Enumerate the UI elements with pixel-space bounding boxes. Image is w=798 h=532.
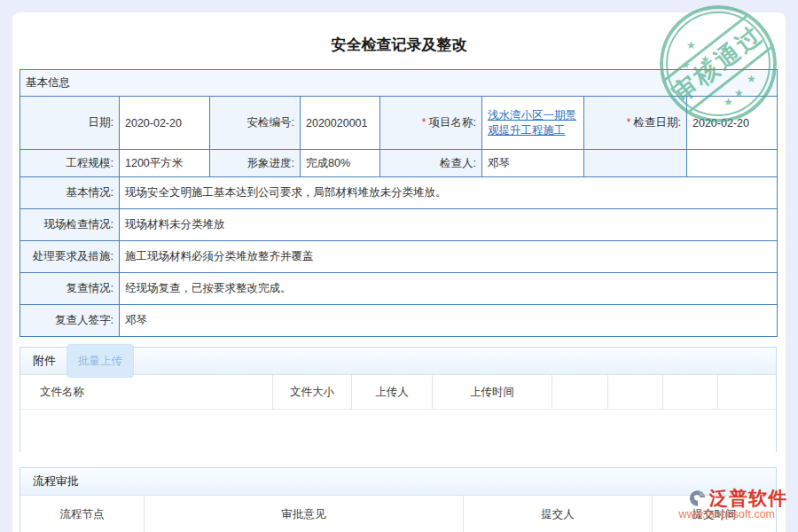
progress-label: 形象进度: xyxy=(210,150,301,177)
attachments-header: 附件 批量上传 xyxy=(20,348,776,375)
column-upload-time: 上传时间 xyxy=(433,375,552,409)
column-submit-time: 提交时间 xyxy=(653,496,776,532)
column-uploader: 上传人 xyxy=(352,375,433,409)
empty-label-cell xyxy=(584,150,687,177)
inspector-label: 检查人: xyxy=(380,150,482,177)
handling-measures-label: 处理要求及措施: xyxy=(20,241,120,273)
inspection-no-label: 安检编号: xyxy=(210,97,301,150)
column-empty xyxy=(552,375,608,409)
attachments-empty-body xyxy=(20,410,776,452)
column-flow-node: 流程节点 xyxy=(20,496,145,532)
column-approval-opinion: 审批意见 xyxy=(145,496,464,532)
recheck-situation-value: 经现场复查，已按要求整改完成。 xyxy=(120,273,778,305)
site-check-value: 现场材料未分类堆放 xyxy=(120,209,778,241)
basic-info-section-title: 基本信息 xyxy=(20,70,778,97)
basic-info-table: 基本信息 日期: 2020-02-20 安检编号: 2020020001 *项目… xyxy=(20,69,778,337)
required-asterisk: * xyxy=(627,116,631,129)
empty-value-cell xyxy=(687,150,778,177)
scale-label: 工程规模: xyxy=(20,150,120,177)
batch-upload-button[interactable]: 批量上传 xyxy=(66,344,134,378)
approval-flow-section: 流程审批 流程节点 审批意见 提交人 提交时间 xyxy=(20,467,777,532)
date-label: 日期: xyxy=(20,97,120,150)
required-asterisk: * xyxy=(422,116,426,129)
column-submitter: 提交人 xyxy=(464,496,653,532)
recheck-signer-label: 复查人签字: xyxy=(20,305,120,337)
inspector-value: 邓琴 xyxy=(482,150,584,177)
check-date-value: 2020-02-20 xyxy=(687,97,778,150)
column-empty xyxy=(663,375,718,409)
project-name-link[interactable]: 浅水湾小区一期景观提升工程施工 xyxy=(488,109,576,137)
scale-value: 1200平方米 xyxy=(120,150,210,177)
attachments-title: 附件 xyxy=(33,353,56,369)
attachments-section: 附件 批量上传 文件名称 文件大小 上传人 上传时间 xyxy=(20,347,777,452)
content-panel: 安全检查记录及整改 基本信息 日期: 2020-02-20 安检编号: 2020… xyxy=(12,12,786,532)
date-value: 2020-02-20 xyxy=(120,97,210,150)
inspection-no-value: 2020020001 xyxy=(301,97,380,150)
project-name-cell: 浅水湾小区一期景观提升工程施工 xyxy=(482,97,584,150)
page-title: 安全检查记录及整改 xyxy=(12,34,786,57)
approval-column-headers: 流程节点 审批意见 提交人 提交时间 xyxy=(20,496,776,532)
column-file-name: 文件名称 xyxy=(20,375,273,409)
approval-flow-header: 流程审批 xyxy=(20,468,776,496)
attachments-column-headers: 文件名称 文件大小 上传人 上传时间 xyxy=(20,375,776,410)
site-check-label: 现场检查情况: xyxy=(20,209,120,241)
basic-situation-value: 现场安全文明施工基本达到公司要求，局部材料堆放未分类堆放。 xyxy=(120,177,778,209)
project-name-label: *项目名称: xyxy=(380,97,482,150)
recheck-situation-label: 复查情况: xyxy=(20,273,120,305)
column-empty xyxy=(608,375,663,409)
handling-measures-value: 施工现场材料必须分类堆放整齐并覆盖 xyxy=(120,241,778,273)
progress-value: 完成80% xyxy=(301,150,380,177)
recheck-signer-value: 邓琴 xyxy=(120,305,778,337)
column-file-size: 文件大小 xyxy=(273,375,352,409)
check-date-label: *检查日期: xyxy=(584,97,687,150)
column-empty xyxy=(718,375,776,409)
approval-flow-title: 流程审批 xyxy=(33,473,79,489)
basic-situation-label: 基本情况: xyxy=(20,177,120,209)
